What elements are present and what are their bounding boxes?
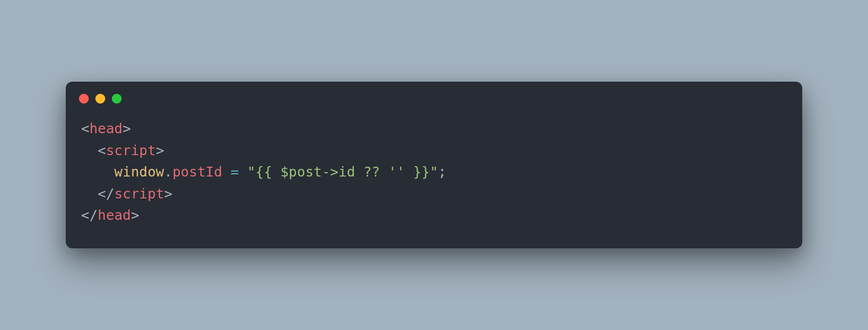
indent (81, 143, 98, 158)
minimize-icon[interactable] (95, 94, 105, 104)
indent (81, 164, 115, 180)
object-window: window (115, 164, 164, 180)
angle-close-icon: > (123, 121, 131, 136)
tag-script: script (106, 143, 156, 158)
angle-open-icon: < (98, 143, 106, 158)
dot-icon: . (164, 164, 173, 180)
code-window: <head> <script> window.postId = "{{ $pos… (66, 82, 802, 248)
titlebar (66, 82, 802, 112)
angle-open-icon: < (81, 121, 89, 136)
space (222, 164, 231, 180)
angle-close-icon: > (131, 207, 139, 223)
indent (81, 186, 98, 202)
close-icon[interactable] (79, 94, 89, 104)
string-literal: "{{ $post->id ?? '' }}" (247, 164, 438, 180)
angle-open-slash-icon: </ (98, 186, 114, 202)
tag-script: script (115, 186, 164, 202)
tag-head: head (98, 207, 131, 223)
tag-head: head (89, 121, 123, 136)
angle-close-icon: > (164, 186, 173, 202)
maximize-icon[interactable] (112, 94, 122, 104)
code-editor: <head> <script> window.postId = "{{ $pos… (66, 112, 802, 232)
space (239, 164, 247, 180)
equals-icon: = (231, 164, 239, 180)
angle-open-slash-icon: </ (81, 207, 98, 223)
prop-postid: postId (173, 164, 222, 180)
angle-close-icon: > (156, 143, 164, 158)
semicolon-icon: ; (438, 164, 447, 180)
